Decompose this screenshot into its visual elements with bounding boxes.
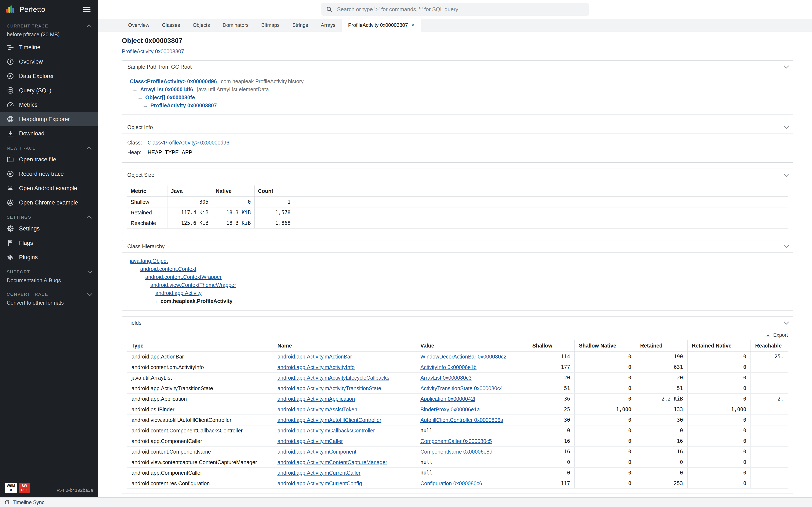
object-size-body: Metric Java Native Count Shallow 305 <box>122 181 793 234</box>
field-value[interactable]: ComponentName 0x00006e8d <box>416 447 528 457</box>
tab[interactable]: ProfileActivity 0x00003807 × <box>342 18 421 32</box>
field-value[interactable]: null <box>416 457 528 467</box>
sidebar-item-docs[interactable]: Documentation & Bugs <box>0 276 98 287</box>
fields-panel: Fields Export Type Name Value <box>122 317 794 494</box>
field-reachable <box>751 362 788 372</box>
field-shallow-native: 0 <box>575 478 636 489</box>
chevron-down-icon <box>784 172 789 177</box>
sidebar-item[interactable]: Metrics <box>0 98 98 112</box>
field-value[interactable]: ArrayList 0x000080c3 <box>416 373 528 383</box>
sidebar-item-convert[interactable]: Convert to other formats <box>0 298 98 309</box>
tab[interactable]: Strings <box>286 18 314 32</box>
section-support[interactable]: SUPPORT <box>0 265 98 276</box>
tab[interactable]: Arrays <box>314 18 342 32</box>
field-value[interactable]: ActivityTransitionState 0x000080c4 <box>416 383 528 393</box>
close-icon[interactable]: × <box>411 22 414 28</box>
field-name-link[interactable]: android.app.Activity.mActionBar <box>273 351 416 362</box>
field-shallow-native: 0 <box>575 415 636 425</box>
perfetto-logo-icon <box>6 5 15 14</box>
arrow-icon: → <box>148 290 153 296</box>
timeline-sync-label[interactable]: Timeline Sync <box>13 499 44 505</box>
field-shallow: 0 <box>528 468 575 478</box>
info-row: Heap: HEAP_TYPE_APP <box>127 148 788 157</box>
sidebar-item[interactable]: Overview <box>0 55 98 69</box>
fields-panel-header[interactable]: Fields <box>122 317 793 329</box>
panel-title: Object Info <box>127 124 153 130</box>
field-name-link[interactable]: android.app.Activity.mActivityInfo <box>273 362 416 372</box>
sidebar-item[interactable]: Heapdump Explorer <box>0 112 98 126</box>
field-name-link[interactable]: android.app.Activity.mCallbacksControlle… <box>273 426 416 436</box>
sidebar-item[interactable]: Settings <box>0 221 98 236</box>
field-shallow-native: 0 <box>575 457 636 467</box>
section-new-trace[interactable]: NEW TRACE <box>0 141 98 152</box>
field-name-link[interactable]: android.app.Activity.mActivityTransition… <box>273 383 416 393</box>
gc-root-panel-header[interactable]: Sample Path from GC Root <box>122 61 793 73</box>
object-size-panel-header[interactable]: Object Size <box>122 169 793 181</box>
object-ref-link[interactable]: ArrayList 0x000014f6 <box>140 87 193 92</box>
object-info-panel-header[interactable]: Object Info <box>122 121 793 133</box>
sidebar-item[interactable]: Query (SQL) <box>0 83 98 98</box>
sidebar-item[interactable]: Plugins <box>0 250 98 265</box>
export-button[interactable]: Export <box>765 332 788 338</box>
field-value[interactable]: BinderProxy 0x00006e1a <box>416 404 528 414</box>
search-input[interactable] <box>336 6 584 13</box>
sidebar-item[interactable]: Record new trace <box>0 167 98 181</box>
field-type: android.os.IBinder <box>127 404 273 414</box>
sidebar-item[interactable]: Download <box>0 126 98 141</box>
object-ref-link[interactable]: Object[] 0x000030fe <box>145 95 195 100</box>
tab[interactable]: Bitmaps <box>255 18 286 32</box>
field-retained-native: 0 <box>688 373 751 383</box>
class-link[interactable]: android.app.Activity <box>155 290 202 296</box>
section-convert-trace[interactable]: CONVERT TRACE <box>0 287 98 298</box>
section-settings[interactable]: SETTINGS <box>0 210 98 221</box>
field-value[interactable]: ComponentCaller 0x000080c5 <box>416 436 528 446</box>
field-value[interactable]: Configuration 0x000080c6 <box>416 478 528 489</box>
field-name-link[interactable]: android.app.Activity.mAutofillClientCont… <box>273 415 416 425</box>
field-value[interactable]: null <box>416 468 528 478</box>
tab[interactable]: Objects <box>186 18 216 32</box>
field-shallow: 25 <box>528 404 575 414</box>
gc-root-path: Class<ProfileActivity> 0x00000d96.com.he… <box>122 73 793 114</box>
arrow-icon: → <box>138 95 143 100</box>
class-link[interactable]: android.content.ContextWrapper <box>145 274 221 280</box>
sidebar-item[interactable]: Data Explorer <box>0 69 98 83</box>
field-name-link[interactable]: android.app.Activity.mApplication <box>273 394 416 404</box>
table-row: android.app.ActivityTransitionState andr… <box>127 383 788 394</box>
field-name-link[interactable]: android.app.Activity.mCaller <box>273 436 416 446</box>
tab[interactable]: Classes <box>156 18 186 32</box>
class-hierarchy-line: →com.heapleak.ProfileActivity <box>127 297 788 305</box>
field-name-link[interactable]: android.app.Activity.mContentCaptureMana… <box>273 457 416 467</box>
object-ref-link[interactable]: Class<ProfileActivity> 0x00000d96 <box>130 78 217 84</box>
class-link[interactable]: java.lang.Object <box>130 258 168 264</box>
field-value[interactable]: WindowDecorActionBar 0x000080c2 <box>416 351 528 362</box>
class-hierarchy-panel-header[interactable]: Class Hierarchy <box>122 240 793 252</box>
class-link[interactable]: com.heapleak.ProfileActivity <box>160 298 233 304</box>
field-value[interactable]: AutofillClientController 0x0000806a <box>416 415 528 425</box>
sidebar-item[interactable]: Open trace file <box>0 152 98 167</box>
field-name-link[interactable]: android.app.Activity.mCurrentCaller <box>273 468 416 478</box>
gc-path-line: →ArrayList 0x000014f6.java.util.ArrayLis… <box>127 86 788 93</box>
sidebar-item[interactable]: Open Android example <box>0 181 98 195</box>
field-name-link[interactable]: android.app.Activity.mComponent <box>273 447 416 457</box>
sidebar-item[interactable]: Flags <box>0 236 98 250</box>
fields-table: Type Name Value Shallow Shallow Native R… <box>122 339 793 493</box>
field-value[interactable]: null <box>416 426 528 436</box>
section-current-trace[interactable]: CURRENT TRACE <box>0 18 98 30</box>
class-link[interactable]: android.view.ContextThemeWrapper <box>150 282 236 288</box>
object-ref-link[interactable]: ProfileActivity 0x00003807 <box>150 103 217 108</box>
class-link[interactable]: android.content.Context <box>140 266 196 272</box>
field-value[interactable]: ActivityInfo 0x00006e1b <box>416 362 528 372</box>
field-name-link[interactable]: android.app.Activity.mCurrentConfig <box>273 478 416 489</box>
chevron-down-icon <box>87 269 92 274</box>
tab[interactable]: Dominators <box>216 18 255 32</box>
field-name-link[interactable]: android.app.Activity.mAssistToken <box>273 404 416 414</box>
sidebar-item[interactable]: Timeline <box>0 40 98 55</box>
object-link[interactable]: ProfileActivity 0x00003807 <box>122 48 184 54</box>
sidebar-item[interactable]: Open Chrome example <box>0 195 98 210</box>
menu-icon[interactable] <box>81 4 92 15</box>
field-value[interactable]: Application 0x0000042f <box>416 394 528 404</box>
tab[interactable]: Overview <box>122 18 156 32</box>
omnibox[interactable] <box>321 3 589 16</box>
chevron-down-icon <box>784 63 789 68</box>
field-name-link[interactable]: android.app.Activity.mActivityLifecycleC… <box>273 373 416 383</box>
